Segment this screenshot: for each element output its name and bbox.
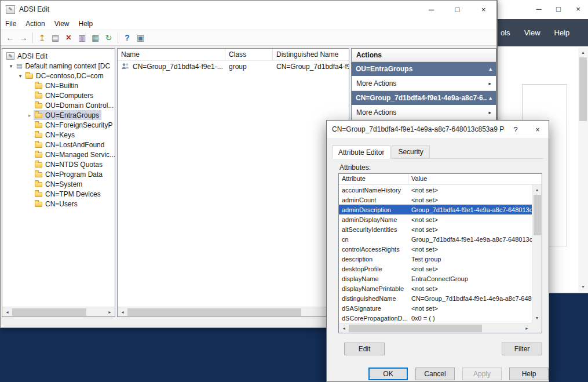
scrollbar-thumb[interactable] bbox=[349, 325, 482, 332]
attribute-row[interactable]: descriptionTest group bbox=[339, 254, 532, 264]
column-header-distinguished-name[interactable]: Distinguished Name bbox=[273, 49, 349, 60]
maximize-icon[interactable]: □ bbox=[444, 1, 470, 18]
menu-action[interactable]: Action bbox=[21, 18, 49, 30]
minimize-icon[interactable]: ─ bbox=[418, 1, 444, 18]
attribute-row[interactable]: adminCount<not set> bbox=[339, 195, 532, 205]
scroll-right-icon[interactable]: ► bbox=[105, 307, 115, 317]
attribute-row[interactable]: cnGroup_7d1bdfa4-f9e1-4e9a-a8c7-648013c8 bbox=[339, 234, 532, 244]
tree-horizontal-scrollbar[interactable]: ◄ ► bbox=[2, 307, 115, 316]
filter-button[interactable]: Filter bbox=[502, 343, 542, 355]
adsi-edit-app-icon: ✎ bbox=[6, 5, 15, 14]
delete-icon[interactable]: × bbox=[62, 31, 75, 45]
close-icon[interactable]: × bbox=[568, 0, 588, 18]
scroll-left-icon[interactable]: ◄ bbox=[2, 307, 12, 317]
back-icon[interactable]: ← bbox=[3, 31, 17, 45]
scroll-up-icon[interactable]: ▲ bbox=[578, 48, 588, 57]
attribute-row[interactable]: dSCorePropagationD...0x0 = ( ) bbox=[339, 313, 532, 323]
collapse-up-icon[interactable]: ▴ bbox=[489, 66, 492, 72]
collapse-up-icon[interactable]: ▴ bbox=[489, 95, 492, 101]
scroll-right-icon[interactable]: ► bbox=[522, 323, 532, 333]
attribute-row-selected[interactable]: adminDescriptionGroup_7d1bdfa4-f9e1-4e9a… bbox=[339, 205, 532, 214]
cancel-button[interactable]: Cancel bbox=[415, 368, 455, 380]
show-hide-action-pane-icon[interactable]: ▣ bbox=[134, 31, 147, 45]
attribute-row[interactable]: displayNameEntraConnectGroup bbox=[339, 274, 532, 283]
column-header-name[interactable]: Name bbox=[118, 49, 225, 60]
column-header-value[interactable]: Value bbox=[408, 174, 542, 184]
forward-icon[interactable]: → bbox=[17, 31, 30, 45]
column-header-attribute[interactable]: Attribute bbox=[339, 174, 408, 184]
scroll-down-icon[interactable]: ▼ bbox=[578, 282, 588, 292]
tree-item-cn-program-data[interactable]: CN=Program Data bbox=[2, 169, 115, 179]
tree-item-cn-users[interactable]: CN=Users bbox=[2, 199, 115, 209]
tree-item-cn-system[interactable]: CN=System bbox=[2, 179, 115, 189]
tree-item-adsi-edit-root[interactable]: ✎ADSI Edit bbox=[2, 51, 115, 61]
tree-item-cn-lostandfound[interactable]: CN=LostAndFound bbox=[2, 140, 115, 150]
more-actions-item[interactable]: More Actions ▸ bbox=[352, 76, 496, 91]
scroll-down-icon[interactable]: ▼ bbox=[532, 313, 542, 323]
more-actions-item[interactable]: More Actions ▸ bbox=[352, 105, 496, 120]
tree-item-cn-computers[interactable]: CN=Computers bbox=[2, 90, 115, 100]
title-bar[interactable]: ✎ ADSI Edit ─ □ × bbox=[1, 1, 496, 18]
help-icon[interactable]: ? bbox=[120, 31, 134, 45]
properties-icon[interactable]: ▦ bbox=[89, 31, 102, 45]
attribute-row[interactable]: altSecurityIdentities<not set> bbox=[339, 224, 532, 234]
column-header-class[interactable]: Class bbox=[225, 49, 273, 60]
menu-item-tools-partial[interactable]: ols bbox=[501, 28, 510, 37]
close-icon[interactable]: × bbox=[470, 1, 496, 18]
scroll-left-icon[interactable]: ◄ bbox=[339, 323, 349, 333]
chevron-right-icon[interactable]: ▸ bbox=[25, 112, 34, 118]
attribute-row[interactable]: adminDisplayName<not set> bbox=[339, 214, 532, 224]
scrollbar-thumb[interactable] bbox=[12, 308, 86, 316]
attribute-row[interactable]: desktopProfile<not set> bbox=[339, 264, 532, 274]
scrollbar-thumb[interactable] bbox=[127, 308, 301, 316]
ok-button[interactable]: OK bbox=[368, 368, 408, 380]
menu-item-help[interactable]: Help bbox=[554, 28, 570, 37]
dialog-title-bar[interactable]: CN=Group_7d1bdfa4-f9e1-4e9a-a8c7-648013c… bbox=[327, 121, 549, 138]
attributes-horizontal-scrollbar[interactable]: ◄ ► bbox=[339, 323, 532, 333]
menu-view[interactable]: View bbox=[50, 18, 74, 30]
tree-item-cn-tpm-devices[interactable]: CN=TPM Devices bbox=[2, 189, 115, 199]
attribute-row[interactable]: dSASignature<not set> bbox=[339, 303, 532, 313]
tree-item-ou-entragroups[interactable]: ▸ OU=EntraGroups bbox=[2, 110, 115, 120]
list-horizontal-scrollbar[interactable]: ◄ ► bbox=[118, 307, 349, 316]
tree-item-cn-foreignsecurityprincipals[interactable]: CN=ForeignSecurityP bbox=[2, 120, 115, 130]
scroll-left-icon[interactable]: ◄ bbox=[118, 307, 127, 317]
attributes-vertical-scrollbar[interactable]: ▲ ▼ bbox=[532, 185, 542, 323]
tree-item-ou-domain-controllers[interactable]: OU=Domain Control... bbox=[2, 100, 115, 110]
refresh-icon[interactable]: ↻ bbox=[102, 31, 115, 45]
background-window-titlebar[interactable]: ─ □ × bbox=[498, 0, 588, 18]
background-vertical-scrollbar[interactable]: ▲ ▼ bbox=[578, 48, 588, 292]
tree-item-cn-managed-service-accounts[interactable]: CN=Managed Servic... bbox=[2, 150, 115, 159]
scroll-up-icon[interactable]: ▲ bbox=[532, 185, 542, 195]
attribute-row[interactable]: distinguishedNameCN=Group_7d1bdfa4-f9e1-… bbox=[339, 293, 532, 303]
up-one-level-icon[interactable]: ↥ bbox=[35, 31, 49, 45]
attribute-row[interactable]: displayNamePrintable<not set> bbox=[339, 283, 532, 293]
chevron-down-icon[interactable]: ▾ bbox=[7, 63, 15, 69]
list-item-group[interactable]: CN=Group_7d1bdfa4-f9e1-... group CN=Grou… bbox=[118, 61, 349, 72]
tree-item-cn-builtin[interactable]: CN=Builtin bbox=[2, 81, 115, 90]
export-list-icon[interactable]: ▥ bbox=[75, 31, 89, 45]
tree-item-default-naming-context[interactable]: ▾ ▤Default naming context [DC bbox=[2, 61, 115, 71]
tree-item-cn-ntds-quotas[interactable]: CN=NTDS Quotas bbox=[2, 159, 115, 169]
scrollbar-thumb[interactable] bbox=[534, 195, 541, 235]
actions-group-header-cn-group[interactable]: CN=Group_7d1bdfa4-f9e1-4e9a-a8c7-6... ▴ bbox=[352, 91, 496, 105]
tree-item-dc-contoso[interactable]: ▾ DC=contoso,DC=com bbox=[2, 71, 115, 81]
menu-item-view[interactable]: View bbox=[524, 28, 540, 37]
help-button[interactable]: Help bbox=[509, 368, 549, 380]
menu-file[interactable]: File bbox=[1, 18, 21, 30]
chevron-down-icon[interactable]: ▾ bbox=[16, 73, 24, 79]
minimize-icon[interactable]: ─ bbox=[529, 0, 549, 18]
actions-group-header-ou-entragroups[interactable]: OU=EntraGroups ▴ bbox=[352, 62, 496, 76]
tab-security[interactable]: Security bbox=[392, 145, 429, 158]
tab-attribute-editor[interactable]: Attribute Editor bbox=[332, 145, 390, 159]
tree-item-cn-keys[interactable]: CN=Keys bbox=[2, 130, 115, 140]
attribute-row[interactable]: controlAccessRights<not set> bbox=[339, 244, 532, 254]
show-hide-console-tree-icon[interactable]: ▤ bbox=[49, 31, 62, 45]
scrollbar-thumb[interactable] bbox=[579, 57, 587, 121]
maximize-icon[interactable]: □ bbox=[549, 0, 568, 18]
attribute-row[interactable]: accountNameHistory<not set> bbox=[339, 185, 532, 195]
menu-help[interactable]: Help bbox=[74, 18, 98, 30]
close-icon[interactable]: × bbox=[527, 121, 549, 138]
edit-button[interactable]: Edit bbox=[344, 343, 385, 355]
context-help-icon[interactable]: ? bbox=[505, 121, 527, 138]
